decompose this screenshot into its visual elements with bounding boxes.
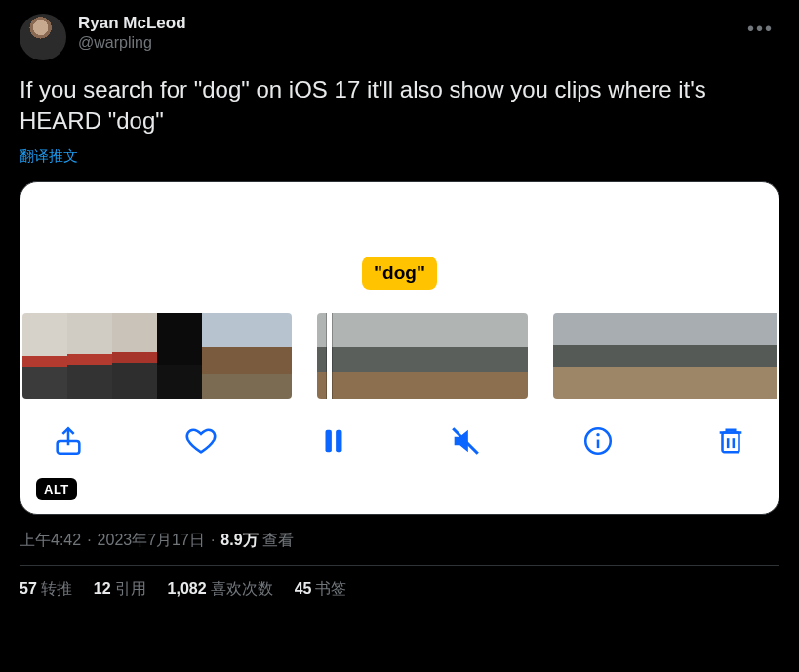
retweets-count: 57 <box>20 580 37 597</box>
clip-thumbnail[interactable] <box>317 313 528 399</box>
separator: · <box>209 532 217 549</box>
trash-icon <box>714 424 747 457</box>
quotes-label: 引用 <box>115 580 146 597</box>
likes-label: 喜欢次数 <box>211 580 273 597</box>
frame <box>317 313 370 399</box>
bookmarks-count: 45 <box>295 580 312 597</box>
svg-point-6 <box>596 433 599 436</box>
tweet-text: If you search for "dog" on iOS 17 it'll … <box>20 74 779 138</box>
frame <box>202 313 247 399</box>
likes-count: 1,082 <box>168 580 207 597</box>
retweets-stat[interactable]: 57转推 <box>20 579 72 600</box>
media-card[interactable]: "dog" <box>20 181 779 515</box>
delete-button[interactable] <box>710 420 751 461</box>
display-name: Ryan McLeod <box>78 14 186 33</box>
frame <box>157 313 202 399</box>
views[interactable]: 8.9万 查看 <box>220 531 294 551</box>
info-icon <box>581 424 615 457</box>
tweet-header: Ryan McLeod @warpling ••• <box>20 14 779 60</box>
frame <box>475 313 528 399</box>
tweet-meta: 上午4:42 · 2023年7月17日 · 8.9万 查看 <box>20 531 779 551</box>
retweets-label: 转推 <box>41 580 72 597</box>
svg-rect-1 <box>325 429 331 452</box>
bookmarks-stat[interactable]: 45书签 <box>295 579 347 600</box>
ellipsis-icon: ••• <box>747 18 774 39</box>
pause-icon <box>317 424 350 457</box>
separator: · <box>85 532 93 549</box>
mute-icon <box>449 424 482 457</box>
svg-rect-7 <box>722 432 739 452</box>
author-names[interactable]: Ryan McLeod @warpling <box>78 14 186 53</box>
filmstrip[interactable] <box>22 313 777 399</box>
likes-stat[interactable]: 1,082喜欢次数 <box>168 579 273 600</box>
frame <box>112 313 157 399</box>
frame <box>247 313 292 399</box>
frame <box>370 313 422 399</box>
frame <box>598 313 643 399</box>
views-count: 8.9万 <box>220 532 258 548</box>
handle: @warpling <box>78 33 186 52</box>
clip-thumbnail[interactable] <box>22 313 292 399</box>
avatar[interactable] <box>20 14 66 60</box>
quotes-count: 12 <box>94 580 111 597</box>
heart-icon <box>184 424 218 457</box>
share-icon <box>52 424 85 457</box>
tweet: Ryan McLeod @warpling ••• If you search … <box>20 14 779 600</box>
playhead-icon[interactable] <box>327 313 332 399</box>
more-button[interactable]: ••• <box>741 14 779 44</box>
divider <box>20 565 779 566</box>
translate-link[interactable]: 翻译推文 <box>20 147 78 166</box>
like-button[interactable] <box>180 420 221 461</box>
mute-button[interactable] <box>445 420 486 461</box>
views-label: 查看 <box>262 532 294 548</box>
frame <box>733 313 777 399</box>
frame <box>643 313 688 399</box>
search-tag-wrap: "dog" <box>36 257 763 290</box>
frame <box>67 313 112 399</box>
frame <box>22 313 67 399</box>
frame <box>422 313 475 399</box>
pause-button[interactable] <box>313 420 354 461</box>
alt-badge[interactable]: ALT <box>36 478 77 500</box>
search-tag: "dog" <box>362 257 437 290</box>
bookmarks-label: 书签 <box>315 580 346 597</box>
media-toolbar <box>36 420 763 461</box>
frame <box>553 313 598 399</box>
info-button[interactable] <box>578 420 619 461</box>
tweet-stats: 57转推 12引用 1,082喜欢次数 45书签 <box>20 579 779 600</box>
svg-rect-2 <box>336 429 341 452</box>
clip-thumbnail[interactable] <box>553 313 777 399</box>
tweet-date[interactable]: 2023年7月17日 <box>98 531 205 551</box>
frame <box>688 313 733 399</box>
share-button[interactable] <box>48 420 89 461</box>
tweet-time[interactable]: 上午4:42 <box>20 531 81 551</box>
quotes-stat[interactable]: 12引用 <box>94 579 146 600</box>
